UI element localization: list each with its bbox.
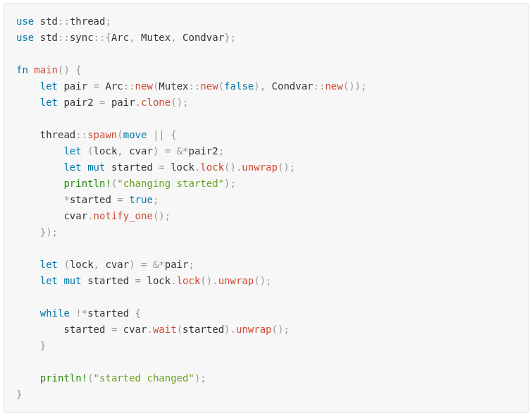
var-started: started <box>63 324 111 335</box>
semi: ; <box>165 210 171 221</box>
mod-sync: sync <box>70 32 94 43</box>
semi: ; <box>218 145 224 157</box>
macro-println: println! <box>63 178 111 189</box>
dot: . <box>212 275 218 286</box>
sep: :: <box>189 80 201 92</box>
type-condvar: Condvar <box>183 32 224 43</box>
paren: () <box>171 97 183 108</box>
fn-main: main <box>28 64 58 75</box>
semi: ; <box>188 259 194 270</box>
kw-let: let <box>40 275 58 286</box>
brace: } <box>16 389 22 400</box>
paren: () <box>278 161 290 173</box>
path: std <box>34 32 58 43</box>
fn-new: new <box>200 80 218 92</box>
var-cvar: cvar <box>63 210 87 221</box>
paren: ()) <box>343 80 361 92</box>
semi: ; <box>52 226 58 238</box>
var-pair2: pair2 <box>58 97 99 108</box>
kw-let: let <box>40 97 58 108</box>
eq: = <box>135 275 141 286</box>
paren: ) <box>254 80 259 92</box>
semi: ; <box>153 194 159 205</box>
var-pair2: pair2 <box>188 145 218 157</box>
eq: = <box>165 145 171 157</box>
sep: :: <box>75 129 87 140</box>
var-pair: pair <box>105 97 135 108</box>
fn-new: new <box>135 80 153 92</box>
code-block: use std::thread; use std::sync::{Arc, Mu… <box>3 3 529 413</box>
kw-mut: mut <box>82 161 106 173</box>
paren: ( <box>87 372 93 384</box>
var-started: started <box>105 161 159 173</box>
eq: = <box>117 194 123 205</box>
star: * <box>63 194 69 205</box>
fn-unwrap: unwrap <box>242 161 278 173</box>
paren: ) <box>129 259 141 270</box>
fn-unwrap: unwrap <box>218 275 254 286</box>
var-lock: lock <box>70 259 94 270</box>
semi: ; <box>200 372 206 384</box>
semi: ; <box>230 178 235 189</box>
var-lock: lock <box>141 275 171 286</box>
dot: . <box>135 97 141 108</box>
fn-notify-one: notify_one <box>94 210 153 221</box>
semi: ; <box>230 32 236 43</box>
mod-thread: thread <box>40 129 76 140</box>
comma: , <box>94 259 106 270</box>
amp: &* <box>171 145 188 157</box>
dot: . <box>171 275 176 286</box>
dot: . <box>87 210 93 221</box>
semi: ; <box>183 97 188 108</box>
fn-lock: lock <box>200 161 224 173</box>
type-mutex: Mutex <box>159 80 188 92</box>
paren: ( <box>218 80 224 92</box>
eq: = <box>94 80 99 92</box>
kw-use: use <box>16 16 34 27</box>
kw-let: let <box>40 80 58 92</box>
arg-started: started <box>183 324 224 335</box>
comma: , <box>260 80 272 92</box>
brace: { <box>105 32 111 43</box>
var-cvar: cvar <box>105 259 129 270</box>
paren: ( <box>82 145 94 157</box>
kw-let: let <box>40 259 58 270</box>
fn-lock: lock <box>177 275 201 286</box>
var-started: started <box>70 194 117 205</box>
sep: :: <box>314 80 326 92</box>
paren: () <box>200 275 212 286</box>
sep: :: <box>123 80 135 92</box>
kw-use: use <box>16 32 34 43</box>
var-started: started <box>82 275 135 286</box>
mod-thread: thread <box>70 16 106 27</box>
kw-move: move <box>123 129 147 140</box>
paren: () <box>272 324 284 335</box>
paren: ( <box>58 259 70 270</box>
comma: , <box>117 145 129 157</box>
paren: ) <box>153 145 165 157</box>
paren: ( <box>117 129 123 140</box>
amp: &* <box>147 259 164 270</box>
paren: ) <box>224 324 230 335</box>
brace: }) <box>40 226 52 238</box>
var-pair: pair <box>165 259 189 270</box>
sep: :: <box>94 32 106 43</box>
type-mutex: Mutex <box>141 32 171 43</box>
brace: } <box>40 340 46 351</box>
comma: , <box>171 32 183 43</box>
paren: () <box>224 161 236 173</box>
var-started: started <box>87 307 135 319</box>
fn-clone: clone <box>141 97 171 108</box>
eq: = <box>159 161 164 173</box>
sep: :: <box>58 16 70 27</box>
type-arc: Arc <box>111 32 129 43</box>
not: !* <box>70 307 87 319</box>
var-pair: pair <box>58 80 94 92</box>
fn-new: new <box>325 80 342 92</box>
str-lit: "started changed" <box>94 372 194 384</box>
semi: ; <box>283 324 289 335</box>
kw-fn: fn <box>16 64 28 75</box>
macro-println: println! <box>40 372 87 384</box>
bars: || { <box>147 129 176 140</box>
kw-let: let <box>63 145 81 157</box>
